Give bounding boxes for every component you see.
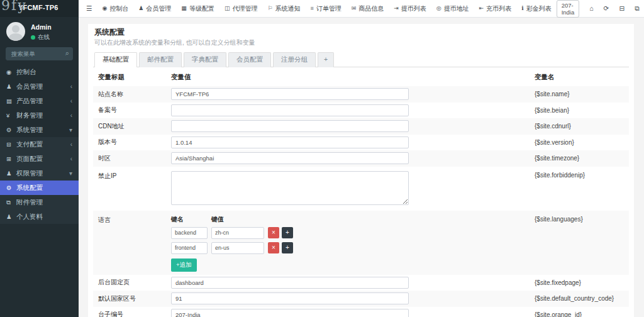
users-icon: ♟ [138,6,143,11]
sidebar-item-profile[interactable]: ♟个人资料 [0,209,79,224]
sidebar-search: ⌕ [6,47,73,60]
level-icon: ▦ [181,6,187,11]
kv-pair-row: ×+ [171,227,535,239]
tab-add-button[interactable]: + [318,52,334,67]
config-row: 禁止IP{$site.forbiddenip} [93,167,629,211]
system-icon: ⚙ [6,126,16,133]
topnav-item-member[interactable]: ♟会员管理 [133,0,176,17]
topnav-item-dashboard[interactable]: ◉控制台 [97,0,133,17]
products-icon: ▤ [6,97,16,104]
variable-name: {$site.languages} [535,211,629,223]
tab-1[interactable]: 邮件配置 [139,52,182,67]
trash-icon[interactable]: ⊟ [614,5,630,12]
tab-0[interactable]: 基础配置 [94,52,137,67]
chevron-icon: ‹ [70,155,72,162]
append-button[interactable]: +追加 [171,259,197,272]
hamburger-icon[interactable]: ☰ [81,5,97,12]
config-row: 默认国家区号{$site.default_country_code} [93,291,629,307]
agent-icon: ◫ [225,6,230,11]
recharge-list-icon: ⇤ [479,6,484,11]
sidebar-item-auth[interactable]: ♟权限管理▾ [0,166,79,181]
topnav-item-goods[interactable]: ✉商品信息 [347,0,389,17]
tab-2[interactable]: 字典配置 [184,52,226,67]
delete-row-button[interactable]: × [268,227,279,238]
topnav-item-notice[interactable]: ⚐系统通知 [262,0,305,17]
row-value-cell [171,86,535,102]
row-label: 备案号 [93,106,171,114]
config-textarea[interactable] [171,171,409,205]
sidebar-item-payment[interactable]: ⊟支付配置‹ [0,137,79,152]
config-input[interactable] [171,136,409,148]
topnav-item-orders[interactable]: ≡订单管理 [305,0,346,17]
variable-name: {$site.version} [535,139,629,146]
sidebar-item-dashboard[interactable]: ◉控制台 [0,65,79,79]
add-row-button[interactable]: + [282,242,293,253]
sidebar-item-system[interactable]: ⚙系统管理▾ [0,123,79,137]
row-value-cell [171,307,535,317]
topnav-item-withdraw-list[interactable]: ⇥提币列表 [389,0,431,17]
config-input[interactable] [171,277,409,289]
table-body: 站点名称{$site.name}备案号{$site.beian}CDN地址{$s… [93,86,629,317]
bell-icon: ⚐ [267,6,272,11]
topnav-item-recharge-list[interactable]: ⇤充币列表 [474,0,517,17]
config-input[interactable] [171,104,409,116]
kv-key-input[interactable] [171,242,208,254]
config-input[interactable] [171,152,409,164]
home-icon[interactable]: ⌂ [584,5,598,12]
config-input[interactable] [171,292,409,304]
chevron-icon: ‹ [70,112,72,119]
row-value-cell [171,135,535,150]
sidebar-search-input[interactable] [6,47,73,60]
sidebar-item-member[interactable]: ♟会员管理‹ [0,79,79,94]
config-row: 备案号{$site.beian} [93,103,629,119]
chevron-icon: ▾ [69,170,72,177]
topnav-item-label: 代理管理 [232,4,257,13]
delete-row-button[interactable]: × [268,242,279,253]
sidebar-item-label: 权限管理 [16,169,69,178]
copy-icon[interactable]: ⧉ [630,5,644,12]
topnav-item-agent[interactable]: ◫代理管理 [219,0,263,17]
user-status-label: 在线 [38,33,50,42]
kv-value-input[interactable] [211,242,264,254]
row-value-cell [171,103,535,118]
sidebar-item-label: 支付配置 [16,140,70,149]
topnav-item-label: 订单管理 [316,4,341,13]
tab-3[interactable]: 会员配置 [228,52,271,67]
goods-icon: ✉ [352,6,357,11]
add-row-button[interactable]: + [282,227,293,238]
config-input[interactable] [171,120,409,132]
row-label: 默认国家区号 [93,294,171,303]
refresh-icon[interactable]: ⟳ [599,5,614,12]
row-value-cell [171,167,535,211]
topnav-item-label: 控制台 [109,4,128,13]
kv-key-input[interactable] [171,227,208,239]
row-value-cell [171,275,535,291]
tab-4[interactable]: 注册分组 [273,52,316,67]
sidebar-item-page[interactable]: ⊞页面配置‹ [0,152,79,166]
dashboard-icon: ◉ [6,69,16,75]
site-badge[interactable]: 207-India [557,0,580,18]
sidebar-item-finance[interactable]: ¥财务管理‹ [0,108,79,123]
user-status: 在线 [31,33,52,42]
dashboard-icon: ◉ [102,6,107,11]
variable-name: {$site.beian} [535,107,629,114]
topnav-item-bonus-list[interactable]: ℹ彩金列表 [516,0,556,17]
sidebar-item-config[interactable]: ⚙系统配置 [0,181,79,195]
row-label: CDN地址 [93,122,171,131]
config-input[interactable] [171,88,409,100]
sidebar-item-label: 系统管理 [16,126,69,135]
kv-value-input[interactable] [211,227,264,239]
content: 系统配置 可以在此增改系统的变量和分组, 也可以自定义分组和变量 基础配置邮件配… [79,18,644,317]
users-icon: ♟ [6,83,16,90]
config-row: 台子编号{$site.orange_id} [93,307,629,317]
sidebar-item-attachment[interactable]: ⧉附件管理 [0,195,79,209]
orders-icon: ≡ [310,6,313,11]
row-value-cell [171,291,535,306]
config-panel: 系统配置 可以在此增改系统的变量和分组, 也可以自定义分组和变量 基础配置邮件配… [88,24,634,317]
topnav-item-withdraw-addr[interactable]: ◎提币地址 [431,0,474,17]
config-input[interactable] [171,309,409,317]
topnav-item-level[interactable]: ▦等级配置 [176,0,219,17]
config-icon: ⚙ [6,184,16,191]
sidebar-item-product[interactable]: ▤产品管理‹ [0,94,79,108]
search-icon: ⌕ [65,50,69,57]
